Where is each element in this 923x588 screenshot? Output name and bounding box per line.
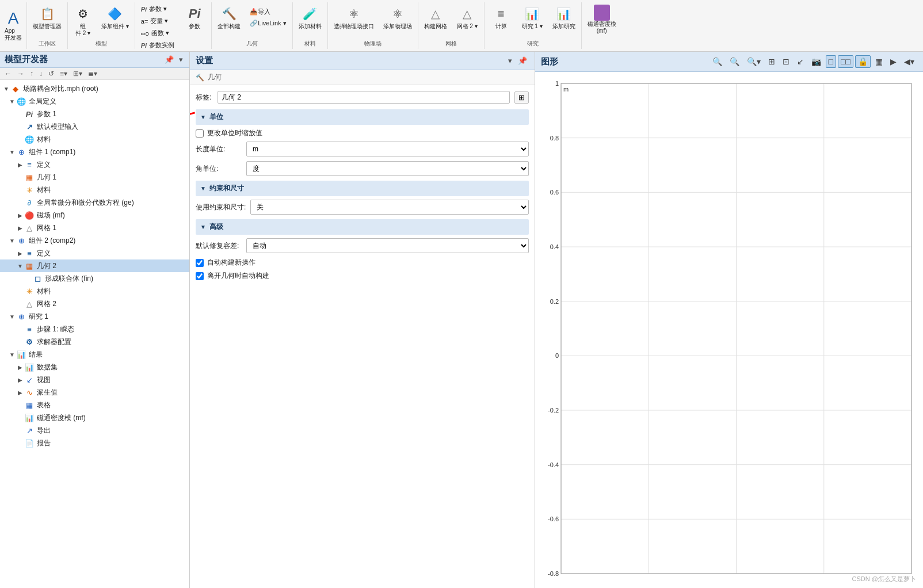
tree-item-fin[interactable]: ◻形成联合体 (fin): [0, 272, 189, 285]
expand-icon[interactable]: ▼: [2, 86, 10, 92]
fit-btn[interactable]: ⊞: [765, 55, 778, 68]
expand-icon[interactable]: ▶: [16, 162, 24, 168]
tree-item-datasets[interactable]: ▶📊数据集: [0, 361, 189, 373]
reset-view-btn[interactable]: ↙: [794, 55, 807, 68]
expand-icon[interactable]: ▼: [8, 238, 16, 244]
tree-item-step1[interactable]: ≡步骤 1: 瞬态: [0, 323, 189, 335]
group-comp2-button[interactable]: ⚙ 组件 2 ▾: [70, 3, 96, 38]
zoom-in-btn[interactable]: 🔍: [727, 55, 742, 68]
study1-button[interactable]: 📊 研究 1 ▾: [518, 3, 547, 31]
select-physics-button[interactable]: ⚛ 选择物理场接口: [330, 3, 377, 31]
angle-unit-select[interactable]: 度 弧度: [246, 161, 529, 176]
tree-item-comp1[interactable]: ▼⊕组件 1 (comp1): [0, 146, 189, 158]
tree-item-tables[interactable]: ▦表格: [0, 399, 189, 411]
import-button[interactable]: 📥 导入: [246, 6, 289, 17]
expand-icon[interactable]: ▼: [8, 149, 16, 155]
expand-icon[interactable]: ▶: [16, 377, 24, 383]
add-comp-button[interactable]: 🔷 添加组件 ▾ ↑: [98, 3, 132, 31]
play-btn[interactable]: ▶: [887, 55, 899, 68]
expand-icon[interactable]: ▼: [8, 314, 16, 320]
auto-rebuild-checkbox[interactable]: [196, 259, 204, 267]
tree-item-results[interactable]: ▼📊结果: [0, 348, 189, 361]
tree-item-mf1[interactable]: ▶🔴磁场 (mf): [0, 209, 189, 222]
tree-item-param1[interactable]: Pi参数 1: [0, 108, 189, 120]
zoom-out-btn[interactable]: 🔍: [710, 55, 725, 68]
view-split-btn[interactable]: □□: [838, 55, 853, 68]
build-all-button[interactable]: 🔨 全部构建: [214, 3, 244, 31]
magdensity-button[interactable]: 磁通密度模(mf): [584, 3, 620, 36]
tree-item-mf-result[interactable]: 📊磁通密度模 (mf): [0, 411, 189, 424]
params-large-button[interactable]: Pi 参数: [180, 3, 209, 31]
add-physics-button[interactable]: ⚛ 添加物理场: [380, 3, 415, 31]
tree-item-export[interactable]: ↗导出: [0, 424, 189, 437]
tree-item-mesh1[interactable]: ▶△网格 1: [0, 222, 189, 234]
length-unit-select[interactable]: m nm μm mm cm km in ft: [246, 142, 529, 156]
view-3d-btn[interactable]: □: [826, 55, 836, 68]
expand-icon[interactable]: ▶: [16, 364, 24, 371]
settings-menu[interactable]: 📌: [516, 56, 529, 66]
tree-item-solver-config[interactable]: ⚙求解器配置: [0, 335, 189, 348]
tree-item-derived[interactable]: ▶∿派生值: [0, 386, 189, 399]
tree-item-study1[interactable]: ▼⊕研究 1: [0, 310, 189, 323]
use-constraints-select[interactable]: 关 开: [250, 200, 529, 215]
label-input[interactable]: [218, 91, 510, 104]
nav-refresh[interactable]: ↺: [46, 69, 56, 78]
auto-rebuild-leave-checkbox[interactable]: [196, 272, 204, 280]
nav-up[interactable]: ↑: [28, 69, 36, 78]
lock-btn[interactable]: 🔒: [855, 55, 871, 68]
nav-view[interactable]: ⊞▾: [71, 69, 85, 78]
pin-button[interactable]: 📌: [163, 55, 176, 64]
tree-item-report[interactable]: 📄报告: [0, 437, 189, 449]
tree-item-root[interactable]: ▼◆场路耦合对比.mph (root): [0, 82, 189, 95]
tree-item-default-input[interactable]: ↗默认模型输入: [0, 120, 189, 133]
mesh2-button[interactable]: △ 网格 2 ▾: [453, 3, 482, 31]
tree-item-global-mat[interactable]: 🌐材料: [0, 133, 189, 146]
tree-item-mesh2[interactable]: △网格 2: [0, 297, 189, 310]
settings-pin[interactable]: ▾: [506, 56, 514, 66]
functions-button[interactable]: ∞o 函数 ▾: [138, 28, 178, 39]
expand-icon[interactable]: ▼: [16, 263, 24, 269]
tree-item-comp1-def[interactable]: ▶≡定义: [0, 158, 189, 171]
screenshot-btn[interactable]: 📷: [808, 55, 824, 68]
tree-item-comp1-mat[interactable]: ✳材料: [0, 184, 189, 196]
tree-item-geo2[interactable]: ▼▦几何 2: [0, 259, 189, 272]
nav-forward[interactable]: →: [15, 69, 26, 78]
compute-button[interactable]: ≡ 计算: [487, 3, 516, 31]
model-manager-button[interactable]: 📋 模型管理器: [29, 3, 65, 31]
param-instances-button[interactable]: Pi 参数实例: [138, 40, 178, 51]
fit-selection-btn[interactable]: ⊡: [780, 55, 792, 68]
grid-btn[interactable]: ▦: [872, 55, 886, 68]
tree-item-comp2-mat[interactable]: ✳材料: [0, 285, 189, 297]
more-btn[interactable]: ◀▾: [901, 55, 917, 68]
expand-icon[interactable]: ▼: [8, 98, 16, 105]
add-material-button[interactable]: 🧪 添加材料: [295, 3, 325, 31]
expand-icon[interactable]: ▶: [16, 250, 24, 257]
section-units-header[interactable]: ▼ 单位: [196, 109, 529, 125]
nav-sort[interactable]: ≣▾: [86, 69, 100, 78]
tree-item-comp2[interactable]: ▼⊕组件 2 (comp2): [0, 234, 189, 247]
section-advanced-header[interactable]: ▼ 高级: [196, 219, 529, 235]
nav-expand[interactable]: ≡▾: [58, 69, 70, 78]
params-button[interactable]: Pi 参数 ▾: [138, 3, 178, 14]
label-btn[interactable]: ⊞: [514, 91, 529, 104]
tree-item-comp2-def[interactable]: ▶≡定义: [0, 247, 189, 259]
build-mesh-button[interactable]: △ 构建网格: [421, 3, 451, 31]
variables-button[interactable]: a= 变量 ▾: [138, 16, 178, 26]
zoom-dropdown-btn[interactable]: 🔍▾: [744, 55, 764, 68]
tree-item-geo1[interactable]: ▦几何 1: [0, 171, 189, 184]
repair-tolerance-select[interactable]: 自动 手动: [246, 238, 529, 253]
expand-icon[interactable]: ▶: [16, 225, 24, 231]
section-constraints-header[interactable]: ▼ 约束和尺寸: [196, 181, 529, 196]
panel-menu-button[interactable]: ▾: [177, 55, 185, 64]
expand-icon[interactable]: ▼: [8, 352, 16, 358]
scale-checkbox[interactable]: [196, 129, 204, 138]
expand-icon[interactable]: ▶: [16, 212, 24, 219]
expand-icon[interactable]: ▶: [16, 390, 24, 396]
livelink-button[interactable]: 🔗 LiveLink ▾: [246, 18, 289, 28]
nav-down[interactable]: ↓: [37, 69, 45, 78]
nav-back[interactable]: ←: [2, 69, 14, 78]
add-study-button[interactable]: 📊 添加研究: [549, 3, 579, 31]
tree-item-views[interactable]: ▶↙视图: [0, 373, 189, 386]
tree-item-global-def[interactable]: ▼🌐全局定义: [0, 95, 189, 108]
app-dev-button[interactable]: A App开发器: [0, 2, 27, 49]
